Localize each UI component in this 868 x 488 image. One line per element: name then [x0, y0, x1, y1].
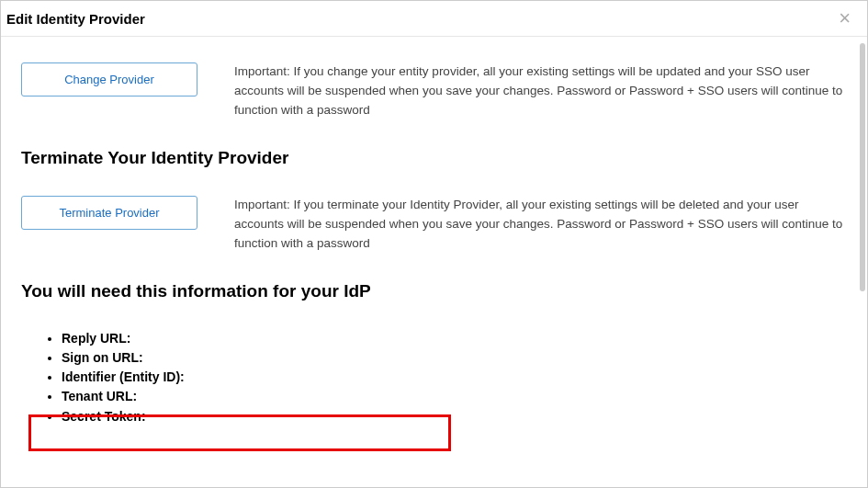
dialog-content: Change Provider Important: If you change… [1, 37, 867, 482]
terminate-provider-row: Terminate Provider Important: If you ter… [21, 196, 847, 254]
list-item: Identifier (Entity ID): [62, 368, 847, 386]
list-item: Sign on URL: [62, 348, 847, 367]
terminate-provider-description: Important: If you terminate your Identit… [234, 196, 847, 254]
scrollbar[interactable] [860, 43, 865, 291]
dialog-title: Edit Identity Provider [6, 11, 145, 27]
terminate-heading: Terminate Your Identity Provider [21, 148, 847, 168]
list-item: Tenant URL: [62, 387, 847, 405]
change-provider-row: Change Provider Important: If you change… [21, 62, 847, 120]
list-item: Secret Token: [62, 407, 847, 426]
close-icon[interactable]: × [835, 6, 854, 30]
change-provider-description: Important: If you change your entity pro… [234, 62, 847, 120]
dialog-header: Edit Identity Provider × [1, 1, 867, 37]
idp-info-list: Reply URL: Sign on URL: Identifier (Enti… [21, 329, 847, 426]
change-provider-button[interactable]: Change Provider [21, 62, 197, 96]
idp-info-heading: You will need this information for your … [21, 281, 847, 301]
terminate-provider-button[interactable]: Terminate Provider [21, 196, 197, 230]
list-item: Reply URL: [62, 329, 847, 347]
